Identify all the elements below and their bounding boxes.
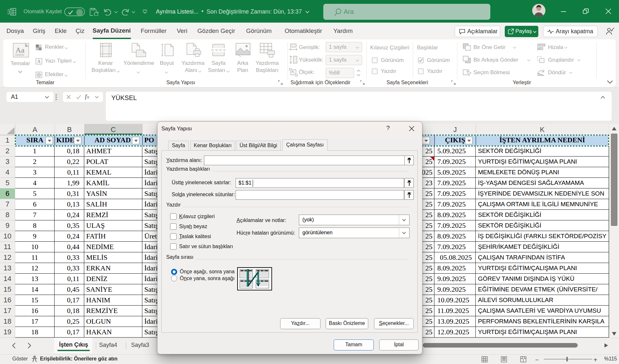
- svg-text:Aa: Aa: [15, 46, 25, 54]
- svg-text:A: A: [37, 59, 41, 64]
